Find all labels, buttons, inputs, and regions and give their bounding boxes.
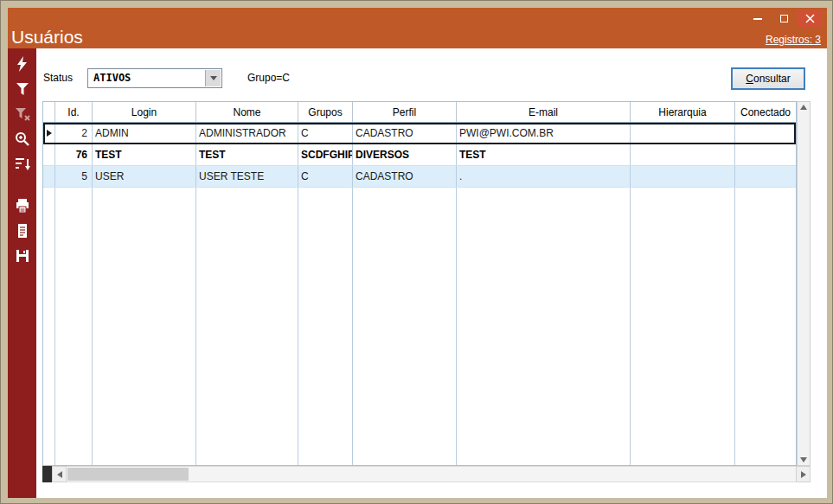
cell-id: 76 [55,144,93,165]
cell-email: . [457,166,631,187]
table-row[interactable]: 76 TEST TEST SCDFGHIP DIVERSOS TEST [43,144,796,166]
cell-perfil: CADASTRO [353,166,457,187]
maximize-icon [780,15,788,22]
filler-cell [93,188,196,465]
cell-id: 5 [55,166,93,187]
save-icon [14,247,31,265]
grid-header-row: Id. Login Nome Grupos Perfil E-mail Hier… [43,102,796,123]
filler-cell [196,188,298,465]
app-window: Usuários Registros: 3 [0,0,833,504]
scroll-up-icon[interactable] [800,105,807,110]
cell-email: PWI@PWI.COM.BR [457,123,631,144]
scroll-down-icon[interactable] [800,457,807,463]
cell-email: TEST [457,144,631,165]
filler-cell [55,188,93,465]
scroll-left-icon [57,471,62,478]
report-icon [14,222,31,239]
grid-columns-area: Id. Login Nome Grupos Perfil E-mail Hier… [42,101,797,466]
cell-nome: TEST [196,144,298,165]
cell-login: USER [93,166,196,187]
status-combobox-dropdown-button[interactable] [205,70,221,86]
filler-cell [457,188,631,465]
filler-cell [43,188,55,465]
header-hierarquia[interactable]: Hierarquia [631,102,735,122]
filler-cell [631,188,735,465]
scrollbar-corner-stub [42,466,52,482]
cell-conectado [735,166,796,187]
header-row-selector [43,102,55,122]
consultar-button-label: Consultar [746,73,790,85]
zoom-icon [14,131,31,148]
row-selector-cell [43,123,55,144]
minimize-icon [753,18,762,20]
header-perfil[interactable]: Perfil [353,102,457,122]
cell-grupos: SCDFGHIP [298,144,353,165]
clear-filter-button[interactable] [12,105,33,124]
cell-perfil: CADASTRO [353,123,457,144]
cell-conectado [735,144,796,165]
close-icon [805,14,815,23]
cell-id: 2 [55,123,93,144]
refresh-button[interactable] [12,54,33,73]
window-controls [746,10,822,27]
titlebar[interactable]: Usuários Registros: 3 [8,8,827,48]
selected-row-marker-icon [47,130,52,137]
users-grid: Id. Login Nome Grupos Perfil E-mail Hier… [42,101,811,466]
cell-nome: ADMINISTRADOR [196,123,298,144]
sort-icon [14,156,31,173]
row-selector-cell [43,144,55,165]
horizontal-scroll-thumb[interactable] [67,468,189,481]
status-combobox[interactable]: ATIVOS [87,68,222,88]
chevron-down-icon [210,76,217,80]
consultar-button[interactable]: Consultar [731,67,805,90]
lightning-refresh-icon [14,55,31,73]
clear-filter-icon [14,105,31,123]
horizontal-scroll-track[interactable] [67,466,796,482]
cell-hierarquia [631,144,735,165]
header-nome[interactable]: Nome [196,102,298,122]
filler-cell [353,188,457,465]
cell-conectado [735,123,796,144]
table-row[interactable]: 2 ADMIN ADMINISTRADOR C CADASTRO PWI@PWI… [43,123,796,144]
cell-grupos: C [298,166,353,187]
print-icon [14,197,31,214]
maximize-button[interactable] [772,10,796,27]
save-button[interactable] [12,246,33,265]
main-content: Status ATIVOS Grupo=C Consultar Id. Logi… [36,48,827,498]
zoom-button[interactable] [12,130,33,149]
cell-nome: USER TESTE [196,166,298,187]
grupo-filter-text: Grupo=C [247,72,290,84]
horizontal-scrollbar[interactable] [42,466,811,482]
filter-button[interactable] [12,80,33,99]
close-button[interactable] [798,10,822,27]
window-title: Usuários [11,27,83,48]
scroll-right-icon [801,471,806,478]
header-id[interactable]: Id. [55,102,93,122]
header-login[interactable]: Login [93,102,196,122]
row-selector-cell [43,166,55,187]
header-grupos[interactable]: Grupos [298,102,353,122]
cell-grupos: C [298,123,353,144]
scroll-left-button[interactable] [52,466,67,482]
scroll-right-button[interactable] [796,466,811,482]
status-label: Status [43,72,73,84]
registros-link[interactable]: Registros: 3 [766,34,821,46]
filler-cell [298,188,353,465]
cell-hierarquia [631,166,735,187]
left-toolbar [8,48,36,498]
cell-login: TEST [93,144,196,165]
print-button[interactable] [12,196,33,215]
filter-icon [14,80,31,98]
sort-button[interactable] [12,155,33,174]
vertical-scrollbar[interactable] [797,101,811,466]
status-combobox-value: ATIVOS [93,72,131,84]
cell-login: ADMIN [93,123,196,144]
table-row[interactable]: 5 USER USER TESTE C CADASTRO . [43,166,796,188]
report-button[interactable] [12,221,33,240]
header-conectado[interactable]: Conectado [735,102,796,122]
header-email[interactable]: E-mail [457,102,631,122]
filler-cell [735,188,796,465]
grid-empty-area [43,188,796,465]
minimize-button[interactable] [746,10,770,27]
cell-perfil: DIVERSOS [353,144,457,165]
